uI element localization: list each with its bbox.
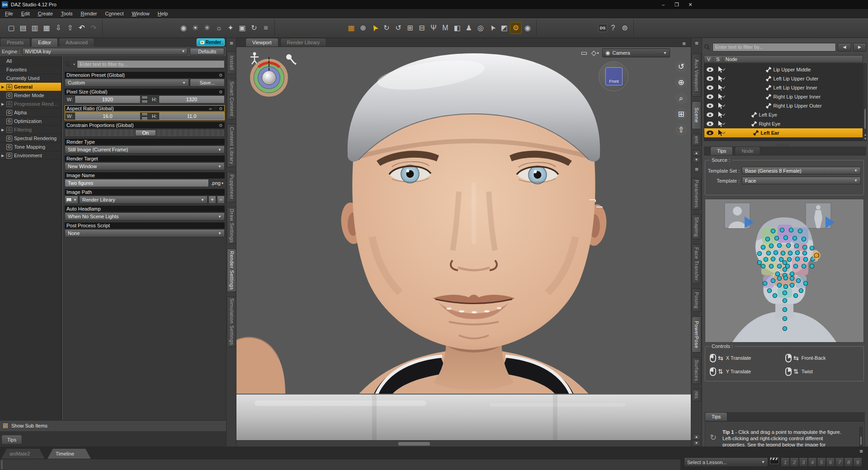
visibility-eye-icon[interactable] — [707, 122, 713, 126]
new-camera-icon[interactable]: ◉ — [178, 22, 189, 34]
tips-tab[interactable]: Tips — [705, 412, 727, 421]
category-environment[interactable]: ▶GEnvironment — [0, 151, 61, 160]
spinner[interactable] — [142, 95, 148, 103]
image-path-field[interactable]: Render Library▼ — [79, 196, 208, 204]
viewport[interactable] — [236, 47, 691, 446]
scene-node-row[interactable]: ✓ Left Ear — [704, 128, 863, 137]
export-icon[interactable]: ⇧ — [64, 22, 76, 34]
menu-file[interactable]: File — [1, 9, 17, 18]
tab-render-library[interactable]: Render Library — [280, 38, 327, 47]
gear-icon[interactable]: ⚙ — [219, 106, 223, 111]
defaults-button[interactable]: Defaults — [190, 48, 224, 55]
pane-tab-parameters[interactable]: Parameters — [692, 178, 701, 210]
pane-menu-icon[interactable]: ≡ — [693, 165, 701, 173]
pane-splitter[interactable] — [704, 143, 863, 146]
category-filtering[interactable]: ▶GFiltering — [0, 126, 61, 134]
scene-node-row[interactable]: ✓ Right Eye — [704, 119, 863, 128]
rotate-tool-icon[interactable]: ↻ — [381, 22, 392, 34]
menu-render[interactable]: Render — [76, 9, 101, 18]
category-render-mode[interactable]: GRender Mode — [0, 91, 61, 100]
menu-create[interactable]: Create — [34, 9, 57, 18]
pane-tab-smart-content[interactable]: Smart Content — [227, 79, 236, 119]
image-format[interactable]: .png▾ — [210, 180, 225, 186]
visibility-eye-icon[interactable] — [707, 103, 713, 108]
gear-icon[interactable]: ⚙ — [219, 73, 223, 78]
visibility-eye-icon[interactable] — [707, 94, 713, 99]
scene-node-row[interactable]: ✓ Left Eye — [704, 110, 863, 119]
column-s[interactable]: S — [713, 56, 722, 62]
orbit-tool-icon[interactable]: ↺ — [675, 61, 687, 73]
bottom-tab-timeline[interactable]: Timeline — [47, 449, 91, 459]
heart-icon[interactable]: ♡ — [213, 106, 217, 111]
timeline-strip[interactable] — [0, 459, 680, 470]
new-spotlight-icon[interactable]: ☀ — [189, 22, 201, 34]
visibility-eye-icon[interactable] — [707, 67, 713, 72]
gear-icon[interactable]: ⚙ — [219, 123, 223, 128]
filter-back-button[interactable]: ◀ — [838, 43, 851, 52]
pane-tab-draw-settings[interactable]: Draw Settings — [227, 207, 236, 244]
surface-selection-icon[interactable]: ◩ — [498, 22, 510, 34]
pane-tab-puppeteer[interactable]: Puppeteer — [227, 172, 236, 202]
inspector-tab-tips[interactable]: Tips — [710, 146, 733, 155]
help-icon[interactable]: ? — [607, 22, 619, 34]
save-button[interactable]: Save... — [190, 79, 225, 87]
visibility-eye-icon[interactable] — [707, 76, 713, 81]
column-v[interactable]: V — [704, 56, 713, 62]
close-button[interactable]: ✕ — [684, 0, 697, 9]
width-field[interactable]: 1920 — [75, 95, 141, 103]
daz-store-icon[interactable]: DS — [598, 24, 607, 32]
add-path-button[interactable]: + — [208, 196, 216, 204]
weight-brush-icon[interactable]: M — [439, 22, 451, 34]
lesson-page-6[interactable]: 6 — [826, 457, 835, 467]
scale-tool-icon[interactable]: ⊟ — [416, 22, 428, 34]
tab-viewport[interactable]: Viewport — [245, 38, 278, 47]
new-linear-light-icon[interactable]: ✦ — [225, 22, 236, 34]
settings-filter-input[interactable] — [77, 60, 225, 68]
scene-info-icon[interactable]: ≡ — [260, 22, 272, 34]
pane-menu-icon[interactable]: ≡ — [227, 39, 236, 47]
setting-dropdown[interactable]: When No Scene Lights▼ — [65, 212, 225, 221]
pane-tab-face-transfer[interactable]: Face Transfer — [692, 244, 701, 284]
link-icon[interactable]: ∞ — [209, 106, 212, 111]
animate-icon[interactable]: ▦ — [345, 22, 357, 34]
lesson-page-2[interactable]: 2 — [790, 457, 799, 467]
transfer-utility-icon[interactable]: ◎ — [475, 22, 486, 34]
pane-tab-shaping[interactable]: Shaping — [692, 214, 701, 240]
pan-tool-icon[interactable]: ⊕ — [675, 76, 687, 89]
category-spectral-rendering[interactable]: GSpectral Rendering — [0, 134, 61, 143]
scene-node-row[interactable]: ✓ Right Lip Upper Outer — [704, 101, 863, 110]
menu-window[interactable]: Window — [128, 9, 154, 18]
save-icon[interactable]: ▦ — [41, 22, 52, 34]
save-as-icon[interactable]: ▥ — [29, 22, 41, 34]
new-file-icon[interactable]: ▢ — [5, 22, 17, 34]
pane-tab-ent[interactable]: ent — [692, 134, 701, 146]
left-tips-tab[interactable]: Tips — [1, 435, 22, 444]
lesson-dropdown[interactable]: Select a Lesson...▼ — [684, 457, 768, 467]
strip-scroll-up[interactable]: ▲ — [693, 434, 700, 440]
setting-dropdown[interactable]: None▼ — [65, 229, 225, 237]
column-node[interactable]: Node — [723, 56, 740, 62]
tab-scroll-up[interactable]: ▲ — [693, 150, 700, 156]
render-button[interactable]: Render — [197, 38, 225, 46]
pane-tab-aux-viewport[interactable]: Aux Viewport — [692, 53, 701, 97]
orbit-tool-icon[interactable]: ↺ — [392, 22, 404, 34]
spinner[interactable] — [142, 112, 148, 120]
pane-tab-nts[interactable]: nts — [692, 389, 701, 401]
viewport-tool-icon[interactable]: ⊕ — [357, 22, 369, 34]
home-tool-icon[interactable]: ⇧ — [675, 124, 687, 136]
minimize-button[interactable]: – — [656, 0, 670, 9]
online-icon[interactable]: ⊚ — [619, 22, 631, 34]
render-icon-icon[interactable]: ◉ — [522, 22, 533, 34]
tab-presets[interactable]: Presets — [0, 38, 30, 47]
bottom-tab-animate2[interactable]: aniMate2 — [1, 449, 45, 459]
import-icon[interactable]: ⇩ — [52, 22, 64, 34]
tab-advanced[interactable]: Advanced — [59, 38, 94, 47]
redo-icon[interactable]: ↷ — [88, 22, 99, 34]
undo-icon[interactable]: ↶ — [76, 22, 88, 34]
scene-scrollbar[interactable]: ▲ ▼ — [863, 63, 867, 141]
visibility-eye-icon[interactable] — [707, 113, 713, 117]
pane-tab-simulation-settings[interactable]: Simulation Settings — [227, 296, 236, 347]
image-path-icon-button[interactable]: ▼ — [65, 196, 78, 204]
new-distant-light-icon[interactable]: ☼ — [213, 22, 225, 34]
translate-tool-icon[interactable]: ⊞ — [404, 22, 416, 34]
